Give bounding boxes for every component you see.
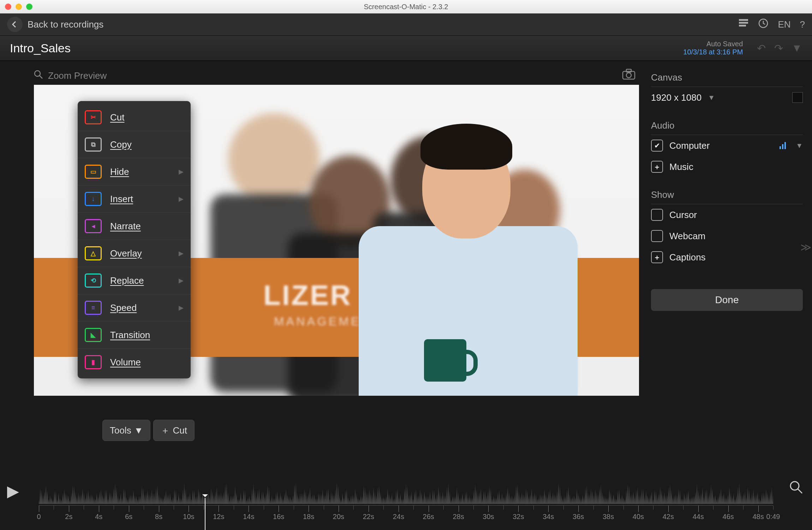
show-webcam-row[interactable]: Webcam (651, 225, 803, 247)
tools-menu-item-replace[interactable]: ⟲Replace▶ (78, 267, 191, 294)
svg-point-4 (35, 71, 40, 76)
timeline-tick-label: 4s (95, 513, 102, 521)
timeline-playhead[interactable] (205, 498, 205, 530)
tools-menu-item-label: Copy (110, 139, 132, 150)
back-arrow-icon (7, 17, 23, 32)
audio-music-row[interactable]: Music (651, 156, 803, 177)
project-header: Intro_Sales Auto Saved 10/3/18 at 3:16 P… (0, 36, 812, 61)
help-icon[interactable]: ? (800, 19, 805, 30)
svg-rect-1 (739, 22, 748, 24)
svg-rect-8 (626, 69, 631, 72)
show-section-title: Show (651, 189, 803, 204)
add-captions-button[interactable] (651, 251, 663, 263)
timeline-tick-label: 46s (723, 513, 734, 521)
properties-panel: Canvas 1920 x 1080 ▼ Audio Computer ▼ Mu… (645, 61, 812, 467)
autosave-label: Auto Saved (683, 40, 743, 48)
zoom-icon[interactable] (34, 70, 43, 82)
tools-menu-item-overlay[interactable]: △Overlay▶ (78, 240, 191, 267)
tools-menu-item-cut[interactable]: ✂Cut (78, 104, 191, 131)
tools-menu-item-label: Hide (110, 166, 129, 177)
tools-dropdown-button[interactable]: Tools ▼ (102, 420, 150, 441)
tools-menu-item-insert[interactable]: ↓Insert▶ (78, 186, 191, 213)
timeline-zoom-button[interactable] (789, 481, 804, 498)
canvas-size-row[interactable]: 1920 x 1080 ▼ (651, 87, 803, 108)
canvas-area: Zoom Preview LIZER MANAGEMENT ✂Cut⧉Copy▭… (0, 61, 645, 467)
redo-button[interactable]: ↷ (774, 42, 783, 54)
timeline-tick-label: 40s (633, 513, 644, 521)
timeline-tick-label: 28s (453, 513, 464, 521)
show-cursor-row[interactable]: Cursor (651, 204, 803, 225)
canvas-size-value: 1920 x 1080 (651, 92, 701, 103)
chevron-right-icon: ▶ (179, 168, 184, 176)
webcam-checkbox[interactable] (651, 230, 663, 242)
window-title: Screencast-O-Matic - 2.3.2 (0, 3, 812, 11)
main-area: Zoom Preview LIZER MANAGEMENT ✂Cut⧉Copy▭… (0, 61, 812, 467)
svg-point-9 (790, 482, 799, 490)
timeline-tick-label: 20s (333, 513, 344, 521)
timeline-tick-label: 0 (37, 513, 41, 521)
canvas-color-swatch[interactable] (792, 92, 803, 103)
done-label: Done (715, 294, 739, 306)
tools-button-label: Tools (110, 425, 131, 436)
chevron-right-icon: ▶ (179, 277, 184, 284)
cut-button-label: Cut (173, 425, 187, 436)
timeline-tick-label: 6s (125, 513, 132, 521)
tools-menu-item-narrate[interactable]: ◂Narrate (78, 213, 191, 240)
tools-menu-item-volume[interactable]: ▮Volume (78, 349, 191, 376)
timeline-ruler[interactable]: 02s4s6s8s10s12s14s16s18s20s22s24s26s28s3… (39, 505, 773, 523)
speed-icon: ≡ (85, 301, 102, 315)
more-menu-button[interactable]: ▼ (792, 42, 802, 54)
project-name[interactable]: Intro_Sales (10, 41, 71, 55)
done-button[interactable]: Done (651, 289, 803, 311)
computer-audio-checkbox[interactable] (651, 140, 663, 152)
computer-audio-label: Computer (669, 140, 710, 151)
timeline-tick-label: 16s (273, 513, 284, 521)
timeline-tick-label: 18s (303, 513, 314, 521)
tools-menu-item-transition[interactable]: ◣Transition (78, 322, 191, 349)
panel-expand-icon[interactable]: ≫ (800, 241, 811, 253)
language-label[interactable]: EN (778, 19, 790, 30)
cursor-checkbox[interactable] (651, 209, 663, 221)
svg-line-5 (40, 76, 42, 78)
show-captions-row[interactable]: Captions (651, 247, 803, 268)
svg-rect-0 (739, 19, 748, 21)
zoom-preview-label[interactable]: Zoom Preview (48, 70, 107, 81)
history-icon[interactable] (758, 18, 769, 31)
play-button[interactable]: ▶ (7, 482, 19, 500)
plus-icon: ＋ (161, 424, 170, 437)
replace-icon: ⟲ (85, 273, 102, 288)
timeline-tick-label: 34s (543, 513, 554, 521)
chevron-down-icon: ▼ (708, 94, 715, 102)
timeline-tick-label: 22s (363, 513, 374, 521)
timeline-tick-label: 2s (65, 513, 72, 521)
timeline-tick-label: 14s (243, 513, 254, 521)
back-to-recordings-button[interactable]: Back to recordings (7, 17, 103, 32)
autosave-status: Auto Saved 10/3/18 at 3:16 PM (683, 40, 743, 56)
snapshot-icon[interactable] (622, 69, 635, 83)
scripts-icon[interactable] (738, 18, 749, 31)
timeline-tool-bar: Tools ▼ ＋ Cut (102, 420, 195, 441)
timeline-tick-label: 32s (513, 513, 524, 521)
timeline-tick-label: 48s (752, 513, 764, 521)
add-music-button[interactable] (651, 161, 663, 173)
tools-menu-item-label: Insert (110, 194, 133, 205)
tools-menu-item-speed[interactable]: ≡Speed▶ (78, 294, 191, 322)
timeline-tick-label: 30s (483, 513, 494, 521)
cut-button[interactable]: ＋ Cut (153, 420, 194, 441)
tools-menu-item-copy[interactable]: ⧉Copy (78, 131, 191, 158)
timeline-tick-label: 26s (423, 513, 434, 521)
svg-line-10 (798, 489, 802, 493)
audio-computer-row[interactable]: Computer ▼ (651, 135, 803, 156)
cursor-label: Cursor (669, 210, 697, 220)
tools-menu-item-label: Overlay (110, 248, 142, 259)
timeline-tick-label: 38s (603, 513, 614, 521)
mac-title-bar: Screencast-O-Matic - 2.3.2 (0, 0, 812, 13)
cut-icon: ✂ (85, 110, 102, 124)
tools-menu-item-hide[interactable]: ▭Hide▶ (78, 158, 191, 186)
svg-point-7 (626, 73, 631, 78)
music-label: Music (669, 161, 693, 172)
chevron-down-icon[interactable]: ▼ (796, 142, 803, 150)
audio-level-icon (780, 142, 786, 149)
undo-button[interactable]: ↶ (757, 42, 766, 54)
waveform[interactable] (39, 477, 773, 504)
